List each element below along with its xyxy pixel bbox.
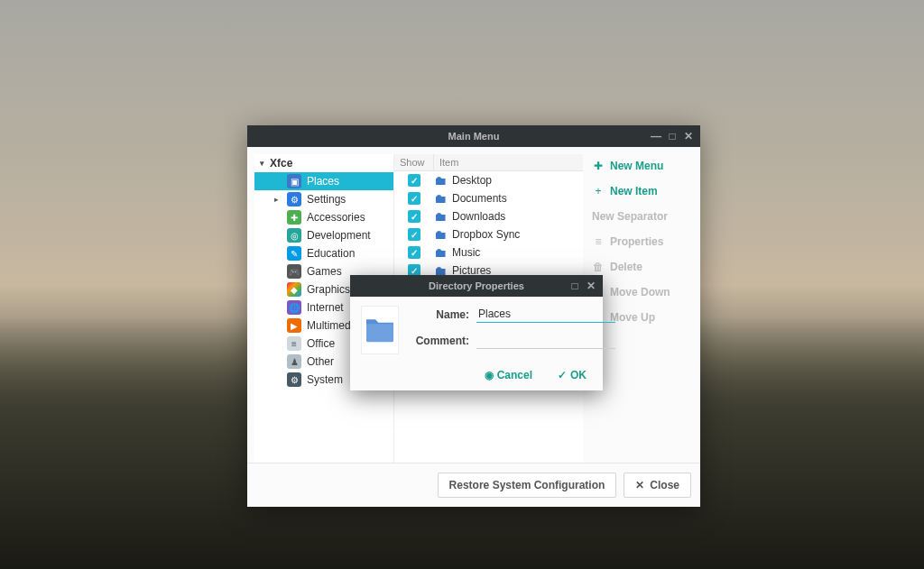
cancel-button[interactable]: ◉ Cancel (485, 369, 532, 381)
dialog-footer: ◉ Cancel ✓ OK (350, 369, 603, 390)
list-item[interactable]: ✓ 🖿Downloads (394, 207, 583, 225)
comment-row: Comment: (411, 332, 615, 349)
show-checkbox[interactable]: ✓ (408, 228, 420, 241)
folder-icon: 🖿 (434, 191, 447, 206)
name-field[interactable] (476, 306, 615, 323)
action-label: Move Down (610, 286, 670, 298)
document-plus-icon: ✚ (592, 160, 605, 172)
list-item[interactable]: ✓ 🖿Music (394, 243, 583, 262)
minimize-icon[interactable]: — (650, 130, 662, 142)
category-places[interactable]: ▣ Places (254, 172, 393, 190)
col-show-header[interactable]: Show (394, 154, 434, 170)
chevron-down-icon[interactable]: ▾ (260, 159, 264, 168)
category-label: Development (307, 229, 371, 242)
category-label: Office (307, 337, 335, 350)
category-label: Settings (307, 193, 346, 206)
move-down-button[interactable]: ↓ Move Down (592, 286, 684, 298)
show-checkbox[interactable]: ✓ (408, 174, 420, 187)
main-footer: Restore System Configuration ✕ Close (247, 463, 700, 507)
close-icon[interactable]: ✕ (585, 280, 597, 292)
list-item[interactable]: ✓ 🖿Desktop (394, 171, 583, 189)
directory-properties-dialog: Directory Properties □ ✕ Name: Comment: … (350, 275, 603, 390)
settings-icon: ⚙ (287, 192, 301, 206)
restore-system-config-button[interactable]: Restore System Configuration (438, 473, 617, 498)
maximize-icon[interactable]: □ (666, 130, 679, 142)
window-controls: □ ✕ (568, 275, 597, 297)
office-icon: ≡ (287, 336, 301, 351)
education-icon: ✎ (287, 246, 301, 261)
category-label: Internet (307, 301, 344, 314)
list-icon: ≡ (592, 235, 605, 248)
list-header: Show Item (394, 154, 583, 171)
dialog-title: Directory Properties (429, 280, 524, 291)
directory-icon-button[interactable] (361, 306, 399, 354)
folder-icon: ▣ (287, 174, 301, 188)
show-checkbox[interactable]: ✓ (408, 246, 420, 259)
category-label: Other (307, 355, 334, 368)
graphics-icon: ◆ (287, 282, 301, 297)
action-label: Delete (610, 261, 642, 273)
item-label: Downloads (452, 210, 505, 223)
folder-icon: 🖿 (434, 209, 447, 224)
category-development[interactable]: ◎ Development (254, 226, 393, 244)
action-label: New Separator (592, 210, 668, 223)
dialog-form: Name: Comment: (411, 306, 615, 360)
development-icon: ◎ (287, 228, 301, 243)
close-button[interactable]: ✕ Close (624, 473, 691, 498)
item-label: Desktop (452, 174, 492, 187)
ok-button[interactable]: ✓ OK (558, 369, 587, 381)
name-label: Name: (411, 308, 469, 321)
new-item-button[interactable]: + New Item (592, 185, 684, 197)
category-label: Places (307, 175, 339, 188)
check-icon: ✓ (558, 369, 567, 381)
category-label: Education (307, 247, 355, 260)
main-titlebar[interactable]: Main Menu — □ ✕ (247, 125, 700, 147)
system-icon: ⚙ (287, 372, 301, 387)
button-label: Cancel (497, 369, 532, 381)
category-accessories[interactable]: ✚ Accessories (254, 208, 393, 226)
tree-root-label: Xfce (270, 157, 292, 170)
show-checkbox[interactable]: ✓ (408, 192, 420, 205)
comment-label: Comment: (411, 335, 469, 347)
window-controls: — □ ✕ (650, 125, 695, 147)
item-label: Dropbox Sync (452, 228, 520, 241)
action-label: Properties (610, 235, 663, 248)
folder-icon (362, 312, 398, 348)
plus-icon: + (592, 185, 605, 197)
col-item-header[interactable]: Item (434, 154, 583, 170)
category-education[interactable]: ✎ Education (254, 244, 393, 262)
show-checkbox[interactable]: ✓ (408, 210, 420, 223)
delete-button[interactable]: 🗑 Delete (592, 261, 684, 273)
action-label: New Item (610, 185, 658, 197)
button-label: Close (650, 479, 679, 491)
main-title: Main Menu (448, 131, 500, 142)
multimedia-icon: ▶ (287, 318, 301, 333)
action-label: Move Up (610, 311, 655, 324)
maximize-icon[interactable]: □ (568, 280, 581, 292)
close-icon: ✕ (635, 479, 644, 491)
dialog-body: Name: Comment: (350, 297, 603, 369)
action-label: New Menu (610, 160, 663, 172)
close-icon[interactable]: ✕ (682, 130, 695, 142)
list-item[interactable]: ✓ 🖿Documents (394, 189, 583, 207)
category-settings[interactable]: ▸ ⚙ Settings (254, 190, 393, 208)
folder-icon: 🖿 (434, 245, 447, 260)
item-label: Music (452, 246, 480, 259)
new-menu-button[interactable]: ✚ New Menu (592, 160, 684, 172)
internet-icon: 🌐 (287, 300, 301, 315)
properties-button[interactable]: ≡ Properties (592, 235, 684, 248)
category-label: Games (307, 265, 342, 278)
comment-field[interactable] (476, 332, 615, 349)
cancel-icon: ◉ (485, 369, 494, 381)
trash-icon: 🗑 (592, 261, 605, 273)
button-label: Restore System Configuration (449, 479, 605, 491)
folder-icon: 🖿 (434, 227, 447, 242)
games-icon: 🎮 (287, 264, 301, 279)
list-item[interactable]: ✓ 🖿Dropbox Sync (394, 225, 583, 243)
dialog-titlebar[interactable]: Directory Properties □ ✕ (350, 275, 603, 297)
new-separator-button[interactable]: New Separator (592, 210, 684, 223)
tree-root[interactable]: ▾ Xfce (254, 154, 393, 172)
category-label: System (307, 373, 343, 386)
name-row: Name: (411, 306, 615, 323)
chevron-right-icon[interactable]: ▸ (274, 195, 282, 204)
